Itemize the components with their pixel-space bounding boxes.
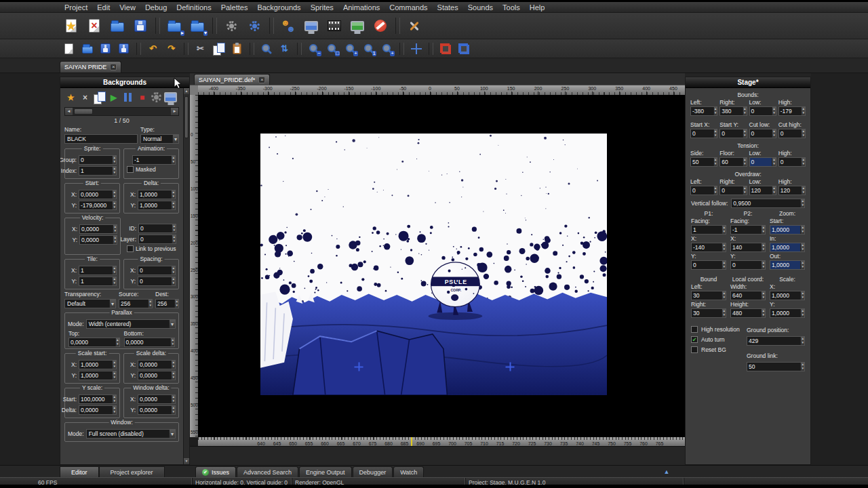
sprite-view-icon[interactable] bbox=[164, 91, 177, 104]
sprite-index-spinner[interactable]: 1 bbox=[79, 166, 117, 176]
dest-spinner[interactable]: 256 bbox=[155, 299, 179, 308]
slider-track[interactable] bbox=[73, 108, 171, 115]
backgrounds-scrollbar[interactable]: ▲ ▼ bbox=[183, 88, 189, 464]
transparency-dropdown[interactable]: Default bbox=[64, 299, 116, 308]
local-width-spinner[interactable]: 640 bbox=[730, 291, 766, 300]
local-height-spinner[interactable]: 480 bbox=[730, 308, 766, 318]
zoom-actual-icon[interactable]: 1 bbox=[361, 41, 376, 56]
menu-tools[interactable]: Tools bbox=[498, 3, 525, 12]
high-resolution-checkbox[interactable] bbox=[691, 326, 698, 333]
guides-icon[interactable] bbox=[408, 41, 424, 56]
backgrounds-panel-header[interactable]: Backgrounds bbox=[60, 77, 189, 88]
preferences-icon[interactable] bbox=[244, 16, 264, 36]
background-settings-icon[interactable] bbox=[150, 91, 163, 104]
menu-commands[interactable]: Commands bbox=[384, 3, 432, 12]
yscale-start-spinner[interactable]: 100,0000 bbox=[79, 394, 117, 404]
start-y-spinner[interactable]: -179,0000 bbox=[79, 201, 117, 210]
scroll-up-icon[interactable]: ▲ bbox=[184, 88, 189, 94]
open-file-icon[interactable] bbox=[79, 41, 95, 56]
zoom-out-spinner[interactable]: 1,0000 bbox=[770, 260, 805, 270]
tab-engine-output[interactable]: Engine Output bbox=[299, 466, 352, 477]
timeline-ruler[interactable]: 6406456506556606656706756806856906957007… bbox=[198, 437, 685, 446]
settings-icon[interactable] bbox=[221, 16, 241, 36]
characters-icon[interactable] bbox=[278, 16, 298, 36]
project-tab[interactable]: SAIYAN PRIDE × bbox=[60, 61, 121, 73]
scale-start-x-spinner[interactable]: 1,0000 bbox=[79, 360, 117, 369]
save-project-icon[interactable] bbox=[130, 16, 151, 36]
document-tab[interactable]: SAIYAN_PRIDE.def* × bbox=[194, 74, 270, 85]
layer-spinner[interactable]: 0 bbox=[138, 235, 176, 244]
slider-right-icon[interactable]: ► bbox=[171, 108, 178, 115]
menu-debug[interactable]: Debug bbox=[140, 3, 172, 12]
pause-animation-icon[interactable] bbox=[121, 91, 134, 104]
menu-help[interactable]: Help bbox=[525, 3, 550, 12]
tab-project-explorer[interactable]: Project explorer bbox=[99, 466, 165, 477]
horizontal-ruler[interactable]: -400-350-300-250-200-150-100-50050100150… bbox=[198, 85, 685, 95]
stop-animation-icon[interactable]: ■ bbox=[136, 91, 149, 104]
window-mode-dropdown[interactable]: Full screen (disabled) bbox=[86, 429, 176, 439]
zoom-start-spinner[interactable]: 1,0000 bbox=[770, 225, 805, 235]
tile-x-spinner[interactable]: 1 bbox=[79, 266, 117, 275]
p1-facing-spinner[interactable]: 1 bbox=[691, 225, 726, 235]
sprite-group-spinner[interactable]: 0 bbox=[79, 155, 117, 165]
tension-floor-spinner[interactable]: 60 bbox=[719, 157, 747, 167]
tab-watch[interactable]: Watch bbox=[393, 466, 424, 477]
onion-skin-red-icon[interactable] bbox=[437, 41, 453, 56]
tab-advanced-search[interactable]: Advanced Search bbox=[237, 466, 298, 477]
tile-y-spinner[interactable]: 1 bbox=[79, 277, 117, 286]
run-preview-icon[interactable] bbox=[347, 16, 368, 36]
paste-icon[interactable] bbox=[229, 41, 245, 56]
tab-debugger[interactable]: Debugger bbox=[353, 466, 393, 477]
menu-edit[interactable]: Edit bbox=[92, 3, 115, 12]
parallax-bottom-spinner[interactable]: 0,0000 bbox=[124, 338, 176, 347]
window-delta-x-spinner[interactable]: 0,0000 bbox=[138, 394, 176, 404]
slider-left-icon[interactable]: ◄ bbox=[65, 108, 73, 115]
menu-definitions[interactable]: Definitions bbox=[172, 3, 216, 12]
menu-view[interactable]: View bbox=[115, 3, 140, 12]
scroll-down-icon[interactable]: ▼ bbox=[184, 458, 189, 464]
tools-icon[interactable] bbox=[404, 16, 425, 36]
start-x-spinner[interactable]: 0 bbox=[690, 129, 717, 138]
velocity-x-spinner[interactable]: 0,0000 bbox=[79, 224, 117, 234]
bounds-left-spinner[interactable]: -380 bbox=[690, 106, 717, 116]
import-files-icon[interactable]: ▸ bbox=[164, 16, 184, 36]
stage-panel-header[interactable]: Stage* bbox=[686, 77, 810, 88]
tension-high-spinner[interactable]: 0 bbox=[778, 157, 806, 167]
start-y-spinner[interactable]: 0 bbox=[719, 129, 747, 138]
bounds-high-spinner[interactable]: -179 bbox=[778, 106, 806, 116]
new-project-icon[interactable]: ★ bbox=[61, 16, 81, 36]
open-project-icon[interactable] bbox=[107, 16, 127, 36]
menu-sounds[interactable]: Sounds bbox=[463, 3, 498, 12]
ground-position-spinner[interactable]: 429 bbox=[747, 336, 805, 346]
window-delta-y-spinner[interactable]: 0,0000 bbox=[138, 405, 176, 415]
onion-skin-blue-icon[interactable] bbox=[456, 41, 471, 56]
overdraw-low-spinner[interactable]: 120 bbox=[749, 186, 776, 195]
p2-y-spinner[interactable]: 0 bbox=[730, 260, 766, 270]
spacing-y-spinner[interactable]: 0 bbox=[138, 277, 176, 286]
p1-y-spinner[interactable]: 0 bbox=[691, 260, 726, 270]
menu-sprites[interactable]: Sprites bbox=[306, 3, 338, 12]
play-animation-icon[interactable]: ▶ bbox=[107, 91, 120, 104]
close-icon[interactable]: × bbox=[258, 77, 265, 83]
close-project-icon[interactable]: × bbox=[84, 16, 104, 36]
start-x-spinner[interactable]: 0,0000 bbox=[79, 190, 117, 199]
bound-right-spinner[interactable]: 30 bbox=[691, 308, 726, 318]
new-file-icon[interactable] bbox=[61, 41, 77, 56]
menu-palettes[interactable]: Palettes bbox=[216, 3, 253, 12]
swap-icon[interactable]: ⇅ bbox=[277, 41, 292, 56]
menu-backgrounds[interactable]: Backgrounds bbox=[252, 3, 305, 12]
bound-left-spinner[interactable]: 30 bbox=[691, 291, 726, 300]
scale-delta-x-spinner[interactable]: 0,0000 bbox=[138, 360, 176, 369]
tab-issues[interactable]: ✔ Issues bbox=[195, 466, 236, 477]
zoom-out-icon[interactable]: − bbox=[306, 41, 321, 56]
search-icon[interactable] bbox=[258, 41, 274, 56]
overdraw-left-spinner[interactable]: 0 bbox=[690, 186, 717, 195]
spacing-x-spinner[interactable]: 0 bbox=[138, 266, 176, 275]
redo-icon[interactable]: ↷ bbox=[163, 41, 179, 56]
menu-project[interactable]: Project bbox=[60, 3, 92, 12]
scale-start-y-spinner[interactable]: 1,0000 bbox=[79, 371, 117, 380]
menu-states[interactable]: States bbox=[433, 3, 463, 12]
sprites-editor-icon[interactable] bbox=[301, 16, 321, 36]
tension-side-spinner[interactable]: 50 bbox=[690, 157, 717, 167]
zoom-region-icon[interactable]: □ bbox=[324, 41, 340, 56]
